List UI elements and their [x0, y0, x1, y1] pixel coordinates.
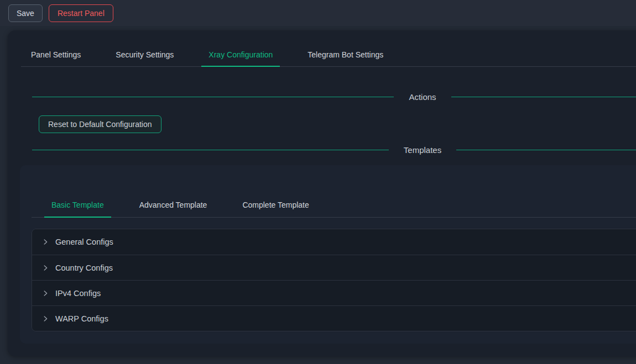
actions-divider: Actions: [32, 91, 636, 103]
templates-divider: Templates: [32, 144, 636, 156]
tab-xray-configuration[interactable]: Xray Configuration: [201, 45, 280, 67]
accordion-item-warp-configs[interactable]: WARP Configs: [32, 305, 636, 331]
tab-telegram-bot-settings[interactable]: Telegram Bot Settings: [300, 45, 390, 67]
settings-tab-bar: Panel Settings Security Settings Xray Co…: [21, 45, 636, 67]
chevron-right-icon: [41, 238, 49, 246]
tab-panel-settings[interactable]: Panel Settings: [24, 45, 88, 67]
accordion-item-label: General Configs: [55, 238, 113, 246]
reset-default-configuration-button[interactable]: Reset to Default Configuration: [39, 115, 161, 133]
chevron-right-icon: [41, 264, 49, 272]
settings-panel: Panel Settings Security Settings Xray Co…: [8, 30, 636, 356]
accordion-item-ipv4-configs[interactable]: IPv4 Configs: [32, 280, 636, 305]
accordion-item-general-configs[interactable]: General Configs: [32, 229, 636, 255]
template-tab-bar: Basic Template Advanced Template Complet…: [32, 165, 636, 218]
tab-security-settings[interactable]: Security Settings: [108, 45, 181, 67]
chevron-right-icon: [41, 289, 49, 297]
accordion-item-label: Country Configs: [55, 263, 113, 272]
divider-line: [32, 150, 389, 150]
configs-accordion: General Configs Country Configs IPv4 Con…: [32, 229, 636, 331]
save-button[interactable]: Save: [8, 4, 43, 22]
accordion-item-label: WARP Configs: [55, 314, 108, 323]
actions-divider-label: Actions: [394, 92, 451, 102]
restart-panel-button[interactable]: Restart Panel: [49, 4, 113, 22]
accordion-item-country-configs[interactable]: Country Configs: [32, 255, 636, 280]
templates-card: Basic Template Advanced Template Complet…: [20, 165, 636, 344]
divider-line: [32, 97, 394, 97]
topbar: Save Restart Panel: [0, 0, 636, 26]
templates-divider-label: Templates: [389, 145, 456, 155]
tab-basic-template[interactable]: Basic Template: [44, 195, 111, 218]
chevron-right-icon: [41, 315, 49, 323]
tab-complete-template[interactable]: Complete Template: [235, 195, 316, 218]
accordion-item-label: IPv4 Configs: [55, 289, 101, 298]
divider-line: [456, 150, 636, 150]
tab-advanced-template[interactable]: Advanced Template: [132, 195, 215, 218]
divider-line: [451, 97, 636, 97]
